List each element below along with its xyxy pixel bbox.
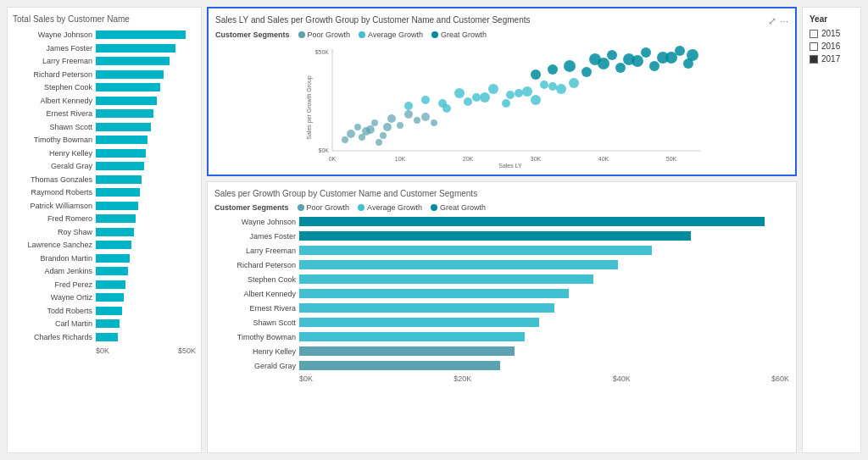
left-axis-min: $0K: [96, 346, 109, 355]
left-bar-row: Fred Romero: [13, 213, 196, 224]
bottom-bar-label: Richard Peterson: [214, 261, 299, 269]
left-bar-label: Shawn Scott: [13, 123, 96, 131]
bottom-legend: Customer Segments Poor Growth Average Gr…: [214, 203, 789, 212]
bottom-bar-label: James Foster: [214, 232, 299, 241]
left-bar-row: Fred Perez: [13, 279, 196, 291]
left-bar-row: Wayne Ortiz: [13, 291, 196, 303]
bottom-bar-row: James Foster: [214, 230, 789, 242]
svg-point-16: [371, 119, 378, 126]
svg-point-39: [464, 97, 472, 106]
left-bar-fill: [96, 149, 146, 158]
bottom-bar-container: [299, 246, 789, 255]
svg-text:Sales per Growth Group: Sales per Growth Group: [306, 75, 313, 140]
left-bar-fill: [96, 57, 170, 65]
bottom-avg-dot: [358, 204, 364, 211]
svg-point-34: [506, 91, 515, 99]
bottom-bar-container: [299, 346, 789, 356]
bottom-bar-label: Larry Freeman: [214, 247, 299, 255]
left-bar-container: [96, 280, 196, 289]
left-bar-fill: [96, 202, 138, 210]
left-bar-fill: [96, 254, 130, 263]
bottom-bar-row: Henry Kelley: [214, 345, 789, 357]
year-checkbox[interactable]: [810, 30, 818, 38]
svg-point-41: [502, 99, 510, 108]
left-bar-fill: [96, 319, 120, 328]
svg-text:0K: 0K: [329, 156, 337, 162]
bottom-bar-label: Albert Kennedy: [214, 290, 299, 298]
bottom-axis-60: $60K: [771, 374, 789, 383]
left-bar-row: Carl Martin: [13, 318, 196, 330]
left-bar-label: Richard Peterson: [13, 70, 96, 79]
svg-point-40: [480, 92, 490, 103]
bottom-legend-great: Great Growth: [431, 203, 486, 212]
svg-point-36: [540, 80, 548, 89]
year-checkbox[interactable]: [810, 42, 818, 51]
bottom-bar-container: [299, 303, 789, 313]
left-bar-label: Wayne Johnson: [13, 30, 96, 39]
left-bar-row: James Foster: [13, 42, 196, 54]
svg-point-14: [354, 124, 361, 130]
bottom-bar-row: Ernest Rivera: [214, 302, 789, 314]
scatter-legend: Customer Segments Poor Growth Average Gr…: [215, 30, 788, 39]
bottom-legend-avg: Average Growth: [358, 203, 422, 212]
left-bar-row: Raymond Roberts: [13, 186, 196, 198]
bottom-bar-container: [299, 217, 789, 226]
left-bar-label: Lawrence Sanchez: [13, 241, 96, 249]
great-growth-label: Great Growth: [441, 30, 487, 39]
left-bar-label: Gerald Gray: [13, 162, 96, 170]
left-bar-container: [96, 162, 196, 170]
year-legend-item[interactable]: 2016: [810, 42, 854, 51]
bottom-bar-label: Shawn Scott: [214, 319, 299, 327]
svg-point-29: [421, 96, 430, 104]
bottom-bar-fill: [299, 332, 525, 341]
bottom-bar-label: Ernest Rivera: [214, 304, 299, 313]
left-axis-max: $50K: [178, 346, 196, 355]
poor-growth-dot: [298, 31, 305, 38]
svg-point-18: [387, 114, 396, 123]
left-bar-row: Gerald Gray: [13, 160, 196, 172]
svg-point-24: [359, 134, 365, 141]
great-growth-dot: [431, 31, 438, 38]
expand-icon[interactable]: ⤢: [768, 15, 776, 27]
svg-text:$50K: $50K: [315, 49, 330, 55]
left-bar-row: Roy Shaw: [13, 226, 196, 238]
bottom-poor-dot: [298, 204, 304, 211]
left-bar-fill: [96, 214, 136, 223]
year-legend-item[interactable]: 2017: [810, 54, 854, 64]
year-label: 2015: [821, 29, 840, 38]
year-legend-item[interactable]: 2015: [810, 29, 854, 38]
bottom-bar-fill: [299, 346, 515, 356]
svg-point-12: [342, 136, 348, 143]
scatter-svg: Sales per Growth Group $0K $50K 0K 10K 2…: [215, 42, 788, 168]
left-bar-fill: [96, 123, 151, 131]
svg-point-23: [431, 119, 437, 126]
left-bar-container: [96, 228, 196, 236]
svg-point-28: [404, 102, 413, 110]
svg-point-20: [404, 110, 413, 119]
svg-text:10K: 10K: [395, 156, 406, 162]
bottom-bar-fill: [299, 231, 691, 241]
scatter-chart-container: Sales LY and Sales per Growth Group by C…: [207, 7, 797, 176]
left-bar-fill: [96, 109, 153, 118]
left-bar-label: Patrick Williamson: [13, 202, 96, 210]
left-bar-fill: [96, 70, 164, 79]
svg-point-62: [687, 49, 698, 61]
more-icon[interactable]: ···: [780, 15, 788, 27]
bottom-bar-label: Timothy Bowman: [214, 333, 299, 341]
bottom-bar-row: Gerald Gray: [214, 359, 789, 372]
left-bar-container: [96, 319, 196, 328]
left-bar-container: [96, 175, 196, 184]
bottom-bar-container: [299, 361, 789, 370]
svg-text:$0K: $0K: [319, 147, 330, 153]
bottom-bar-label: Stephen Cook: [214, 275, 299, 284]
bottom-axis-0: $0K: [299, 374, 313, 383]
svg-point-37: [556, 84, 566, 94]
year-checkbox[interactable]: [810, 55, 818, 64]
bottom-bar-container: [299, 260, 789, 269]
left-bar-label: Roy Shaw: [13, 228, 96, 236]
svg-point-42: [515, 89, 523, 97]
left-bar-container: [96, 30, 196, 39]
bottom-bar-fill: [299, 289, 569, 298]
left-bar-fill: [96, 333, 118, 341]
bottom-bar-fill: [299, 274, 593, 284]
